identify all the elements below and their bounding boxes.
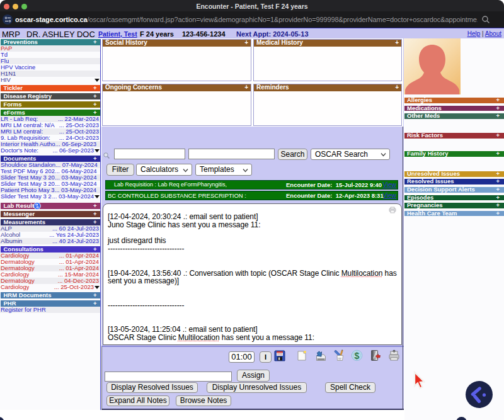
svg-text:$: $ xyxy=(355,351,360,361)
